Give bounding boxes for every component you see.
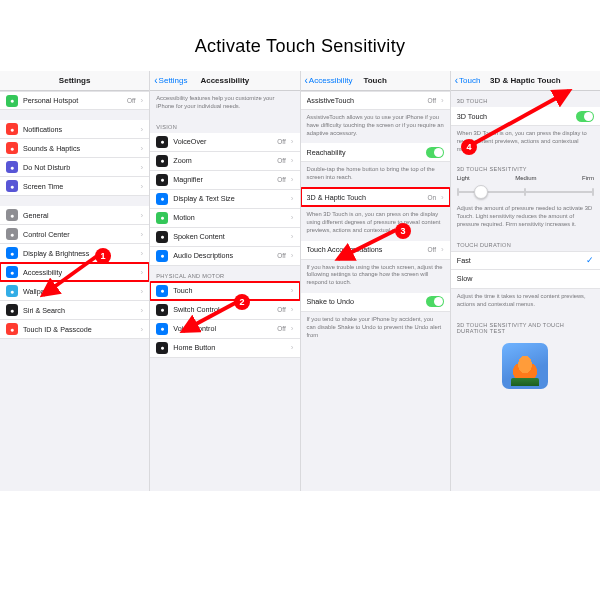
chevron-left-icon: ‹ <box>154 76 157 86</box>
flower-icon: ● <box>6 285 18 297</box>
header-settings: Settings <box>0 71 149 91</box>
touch-icon: ● <box>156 285 168 297</box>
speak-icon: ● <box>156 231 168 243</box>
row-label: 3D & Haptic Touch <box>307 193 423 202</box>
aa-icon: ● <box>156 193 168 205</box>
row-voiceover[interactable]: ●VoiceOverOff› <box>150 133 299 152</box>
bell-icon: ● <box>6 123 18 135</box>
row-label: Control Center <box>23 230 136 239</box>
chevron-right-icon: › <box>441 245 444 254</box>
row-zoom[interactable]: ●ZoomOff› <box>150 152 299 171</box>
section-header: 3D TOUCH SENSITIVITY <box>451 159 600 175</box>
row-label: VoiceOver <box>173 137 272 146</box>
panels-container: Settings ●Personal HotspotOff›●Notificat… <box>0 71 600 491</box>
row-label: Spoken Content <box>173 232 286 241</box>
row-personal-hotspot[interactable]: ●Personal HotspotOff› <box>0 91 149 110</box>
row-label: AssistiveTouch <box>307 96 423 105</box>
chevron-right-icon: › <box>291 156 294 165</box>
row-label: Voice Control <box>173 324 272 333</box>
row-label: Display & Brightness <box>23 249 136 258</box>
toggle-icon[interactable] <box>426 147 444 158</box>
panel-accessibility: ‹Settings Accessibility Accessibility fe… <box>149 71 299 491</box>
chevron-right-icon: › <box>141 325 144 334</box>
sensitivity-slider[interactable] <box>457 183 594 201</box>
row-do-not-disturb[interactable]: ●Do Not Disturb› <box>0 158 149 177</box>
chevron-right-icon: › <box>141 306 144 315</box>
row-3d-touch[interactable]: 3D Touch <box>451 107 600 126</box>
row-screen-time[interactable]: ●Screen Time› <box>0 177 149 196</box>
section-header: TOUCH DURATION <box>451 235 600 251</box>
row-label: Magnifier <box>173 175 272 184</box>
moon-icon: ● <box>6 161 18 173</box>
row-display-brightness[interactable]: ●Display & Brightness› <box>0 244 149 263</box>
row-accessibility[interactable]: ●Accessibility› <box>0 263 149 282</box>
back-button[interactable]: ‹Settings <box>154 76 187 86</box>
row-label: Reachability <box>307 148 421 157</box>
row-control-center[interactable]: ●Control Center› <box>0 225 149 244</box>
section-header: VISION <box>150 117 299 133</box>
row-sounds-haptics[interactable]: ●Sounds & Haptics› <box>0 139 149 158</box>
chevron-right-icon: › <box>291 305 294 314</box>
row-general[interactable]: ●General› <box>0 206 149 225</box>
back-button[interactable]: ‹Accessibility <box>305 76 353 86</box>
page-title: Activate Touch Sensitivity <box>0 0 600 71</box>
gear-icon: ● <box>6 209 18 221</box>
row-motion[interactable]: ●Motion› <box>150 209 299 228</box>
row-shake-to-undo[interactable]: Shake to Undo <box>301 293 450 312</box>
row-touch-accommodations[interactable]: Touch AccommodationsOff› <box>301 241 450 260</box>
row-magnifier[interactable]: ●MagnifierOff› <box>150 171 299 190</box>
row-touch-id-passcode[interactable]: ●Touch ID & Passcode› <box>0 320 149 339</box>
hourglass-icon: ● <box>6 180 18 192</box>
desc: If you tend to shake your iPhone by acci… <box>301 312 450 345</box>
desc: If you have trouble using the touch scre… <box>301 260 450 293</box>
header-touch: ‹Accessibility Touch <box>301 71 450 91</box>
chevron-right-icon: › <box>291 232 294 241</box>
desc: When 3D Touch is on, you can press on th… <box>301 207 450 240</box>
row-display-text-size[interactable]: ●Display & Text Size› <box>150 190 299 209</box>
toggle-icon[interactable] <box>426 296 444 307</box>
speaker-icon: ● <box>6 142 18 154</box>
panel-touch: ‹Accessibility Touch AssistiveTouchOff›A… <box>300 71 450 491</box>
voice-icon: ● <box>156 323 168 335</box>
test-image[interactable] <box>502 343 548 389</box>
chevron-left-icon: ‹ <box>305 76 308 86</box>
zoom-icon: ● <box>156 155 168 167</box>
back-button[interactable]: ‹Touch <box>455 76 481 86</box>
section-header: 3D TOUCH <box>451 91 600 107</box>
chevron-right-icon: › <box>141 268 144 277</box>
row-reachability[interactable]: Reachability <box>301 143 450 162</box>
chevron-right-icon: › <box>291 343 294 352</box>
chevron-right-icon: › <box>141 287 144 296</box>
chevron-right-icon: › <box>291 194 294 203</box>
row-label: General <box>23 211 136 220</box>
row-voice-control[interactable]: ●Voice ControlOff› <box>150 320 299 339</box>
aa-icon: ● <box>6 247 18 259</box>
row-3d-haptic-touch[interactable]: 3D & Haptic TouchOn› <box>301 188 450 207</box>
row-assistivetouch[interactable]: AssistiveTouchOff› <box>301 91 450 110</box>
toggle-on-icon[interactable] <box>576 111 594 122</box>
sensitivity-labels: LightMediumFirm <box>451 175 600 181</box>
row-value: Off <box>277 157 286 164</box>
row-label: Display & Text Size <box>173 194 286 203</box>
row-label: Siri & Search <box>23 306 136 315</box>
row-label: Screen Time <box>23 182 136 191</box>
row-wallpaper[interactable]: ●Wallpaper› <box>0 282 149 301</box>
row-spoken-content[interactable]: ●Spoken Content› <box>150 228 299 247</box>
switch-icon: ● <box>156 304 168 316</box>
row-label: Motion <box>173 213 286 222</box>
row-label: Touch ID & Passcode <box>23 325 136 334</box>
row-siri-search[interactable]: ●Siri & Search› <box>0 301 149 320</box>
row-value: On <box>427 194 436 201</box>
row-audio-descriptions[interactable]: ●Audio DescriptionsOff› <box>150 247 299 266</box>
desc: When 3D Touch is on, you can press the d… <box>451 126 600 159</box>
row-touch[interactable]: ●Touch› <box>150 282 299 301</box>
panel-settings: Settings ●Personal HotspotOff›●Notificat… <box>0 71 149 491</box>
row-fast[interactable]: Fast✓ <box>451 251 600 270</box>
row-label: Touch Accommodations <box>307 245 423 254</box>
row-switch-control[interactable]: ●Switch ControlOff› <box>150 301 299 320</box>
row-value: Off <box>127 97 136 104</box>
row-home-button[interactable]: ●Home Button› <box>150 339 299 358</box>
row-notifications[interactable]: ●Notifications› <box>0 120 149 139</box>
row-slow[interactable]: Slow <box>451 270 600 289</box>
chevron-right-icon: › <box>141 163 144 172</box>
